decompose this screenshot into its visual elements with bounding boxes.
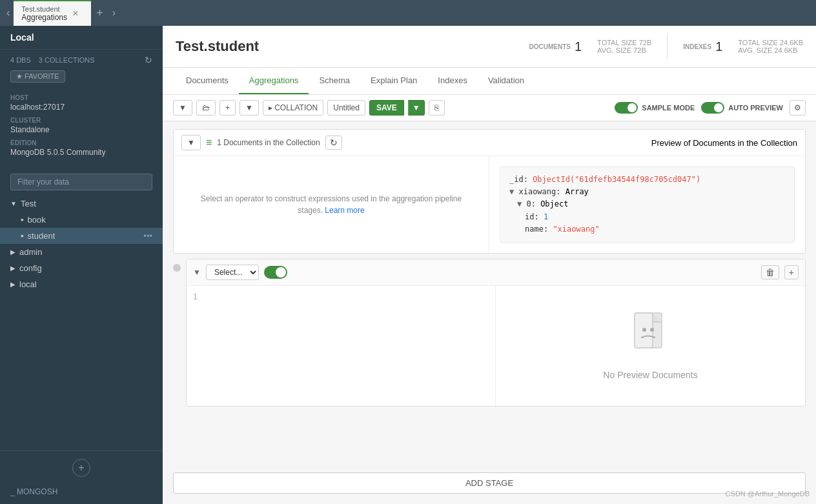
stage1-refresh-btn[interactable]: ↻ xyxy=(325,136,342,150)
tab-nav-prev[interactable]: ‹ xyxy=(3,7,14,19)
stage-operator-select[interactable]: Select... xyxy=(206,265,259,280)
doc-preview: _id: ObjectId("61dfefb34544f98c705cd047"… xyxy=(500,166,795,243)
sample-mode-label: SAMPLE MODE xyxy=(642,104,695,112)
add-stage-toolbar-button[interactable]: + xyxy=(219,100,236,116)
db-stack-icon: ≡ xyxy=(206,137,212,148)
arrow-icon: ▼ xyxy=(10,200,17,207)
tab-validation[interactable]: Validation xyxy=(478,68,535,94)
collapse-button[interactable]: ▼ xyxy=(173,100,192,116)
index-total-value: 24.6KB xyxy=(780,39,803,46)
tab-indexes[interactable]: Indexes xyxy=(427,68,478,94)
doc-id-line: _id: ObjectId("61dfefb34544f98c705cd047"… xyxy=(509,174,785,186)
doc-tree: ▼ 0: Object id: 1 name: "xiaowang" xyxy=(509,198,785,236)
refresh-icon[interactable]: ↻ xyxy=(145,55,152,65)
filter-input[interactable] xyxy=(10,174,152,190)
folder-icon: ▪ xyxy=(21,231,24,241)
favorite-button[interactable]: ★ FAVORITE xyxy=(10,70,65,83)
host-value: localhost:27017 xyxy=(10,103,152,112)
stage-delete-btn[interactable]: 🗑 xyxy=(761,265,779,279)
tab-title: Test.student xyxy=(21,5,67,13)
avg-size-value: 72B xyxy=(633,46,646,54)
auto-preview-toggle[interactable] xyxy=(701,102,724,114)
more-options-icon[interactable]: ••• xyxy=(143,231,152,241)
doc-0-line: ▼ 0: Object xyxy=(517,198,785,210)
indexes-label: INDEXES xyxy=(683,43,711,50)
tab-nav-next[interactable]: › xyxy=(108,7,119,19)
collections-count: 3 COLLECTIONS xyxy=(39,56,95,64)
learn-more-link[interactable]: Learn more xyxy=(325,206,364,215)
stage-enable-toggle[interactable] xyxy=(264,266,287,279)
svg-point-3 xyxy=(650,328,654,332)
sidebar-item-test[interactable]: ▼ Test xyxy=(0,196,163,212)
sidebar-item-config[interactable]: ▶ config xyxy=(0,260,163,276)
title-suffix: student xyxy=(208,38,259,54)
add-db-button[interactable]: + xyxy=(72,459,90,477)
stage1-header-bar: ▼ ≡ 1 Documents in the Collection ↻ Prev… xyxy=(174,130,805,156)
sidebar-top-row: 4 DBS 3 COLLECTIONS ↻ xyxy=(0,50,163,68)
stage-add-btn[interactable]: + xyxy=(784,265,799,279)
preview-collection-label: Preview of Documents in the Collection xyxy=(651,138,797,148)
save-button[interactable]: SAVE xyxy=(369,100,404,116)
indexes-count: 1 xyxy=(715,39,722,54)
cluster-label: CLUSTER xyxy=(10,117,152,124)
sidebar-student-label: student xyxy=(28,231,56,241)
title-prefix: Test. xyxy=(176,38,208,54)
arrow-icon: ▶ xyxy=(10,248,15,256)
doc-size-stats: TOTAL SIZE 72B AVG. SIZE 72B xyxy=(597,39,651,54)
docs-label: DOCUMENTS xyxy=(529,43,571,50)
indexes-stat: INDEXES 1 xyxy=(683,39,722,54)
tab-explain-plan[interactable]: Explain Plan xyxy=(360,68,427,94)
settings-button[interactable]: ⚙ xyxy=(790,100,806,116)
sidebar-admin-label: admin xyxy=(19,247,42,257)
index-avg-label: AVG. SIZE xyxy=(738,46,772,54)
sidebar-footer: + _ MONGOSH xyxy=(0,450,163,504)
tab-add-button[interactable]: + xyxy=(91,6,108,20)
collation-button[interactable]: ▸ COLLATION xyxy=(263,100,323,116)
stage1-left: Select an operator to construct expressi… xyxy=(174,156,489,253)
sidebar-item-book[interactable]: ▪ book xyxy=(0,212,163,228)
no-preview-svg xyxy=(631,312,670,357)
folder-icon: ▪ xyxy=(21,215,24,225)
edition-value: MongoDB 5.0.5 Community xyxy=(10,148,152,157)
arrow-icon: ▶ xyxy=(10,281,15,288)
tab-subtitle: Aggregations xyxy=(21,13,67,22)
tab-aggregations[interactable]: Aggregations xyxy=(239,68,309,94)
pipeline-name: Untitled xyxy=(327,100,365,116)
arrow-icon: ▶ xyxy=(10,265,15,272)
auto-preview-label: AUTO PREVIEW xyxy=(728,104,783,112)
toolbar: ▼ 🗁 + ▼ ▸ COLLATION Untitled SAVE ▼ ⎘ SA… xyxy=(163,95,816,121)
sidebar: Local 4 DBS 3 COLLECTIONS ↻ ★ FAVORITE H… xyxy=(0,26,163,504)
more-options-button[interactable]: ▼ xyxy=(240,100,259,116)
stage-content: 1 xyxy=(187,286,805,406)
no-preview-icon xyxy=(631,312,670,362)
stage-collapse-btn[interactable]: ▼ xyxy=(193,268,201,277)
doc-id-field: id: 1 xyxy=(525,211,785,223)
sidebar-item-local[interactable]: ▶ local xyxy=(0,276,163,292)
watermark: CSDN @Arthur_MongeDB xyxy=(726,490,810,498)
tab-documents[interactable]: Documents xyxy=(176,68,239,94)
add-stage-button[interactable]: ADD STAGE xyxy=(173,472,806,494)
tab-bar: ‹ Test.student Aggregations ✕ + › xyxy=(0,0,816,26)
stage1-collapse-btn[interactable]: ▼ xyxy=(181,135,201,150)
tab-schema[interactable]: Schema xyxy=(309,68,360,94)
sidebar-local-label: local xyxy=(19,279,37,289)
docs-stat: DOCUMENTS 1 xyxy=(529,39,582,54)
save-dropdown-button[interactable]: ▼ xyxy=(408,100,425,116)
open-folder-button[interactable]: 🗁 xyxy=(196,100,216,116)
sample-mode-toggle[interactable] xyxy=(615,102,638,114)
export-button[interactable]: ⎘ xyxy=(429,100,445,116)
stage-dot xyxy=(173,264,181,272)
stage-header: ▼ Select... 🗑 + xyxy=(187,259,805,286)
auto-preview-toggle-group: AUTO PREVIEW xyxy=(701,102,783,114)
index-size-stats: TOTAL SIZE 24.6KB AVG. SIZE 24.6KB xyxy=(738,39,803,54)
sidebar-item-student[interactable]: ▪ student ••• xyxy=(0,228,163,244)
total-size-label: TOTAL SIZE xyxy=(597,39,637,46)
sidebar-tree: ▼ Test ▪ book ▪ student ••• ▶ admin ▶ co… xyxy=(0,196,163,292)
sidebar-item-admin[interactable]: ▶ admin xyxy=(0,244,163,260)
mongosh-button[interactable]: _ MONGOSH xyxy=(10,487,57,496)
tab-close-icon[interactable]: ✕ xyxy=(72,9,79,18)
index-total-label: TOTAL SIZE xyxy=(738,39,778,46)
tab-aggregations[interactable]: Test.student Aggregations ✕ xyxy=(14,0,91,26)
no-preview-label: No Preview Documents xyxy=(603,370,697,380)
toolbar-right: SAMPLE MODE AUTO PREVIEW ⚙ xyxy=(615,100,806,116)
